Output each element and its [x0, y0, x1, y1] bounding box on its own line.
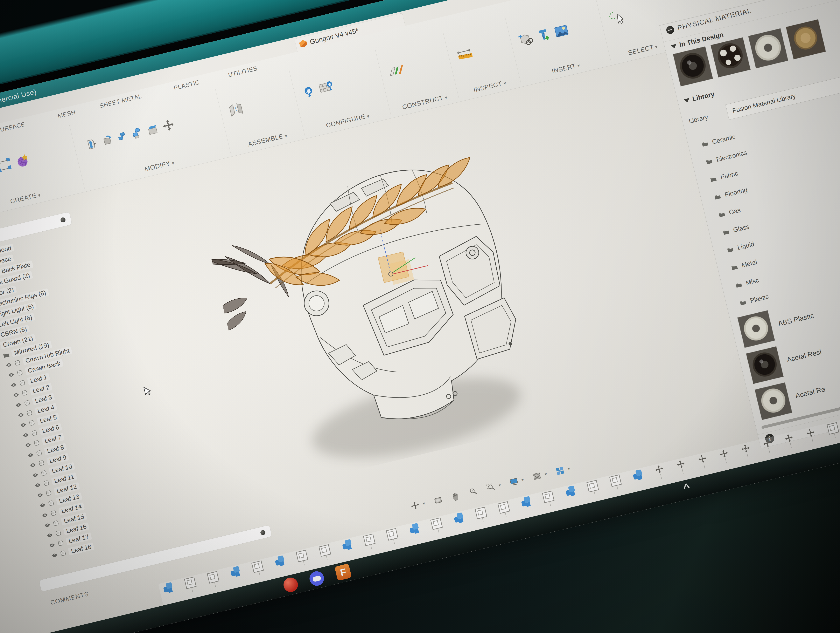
timeline-feature-combine-icon[interactable]	[163, 582, 173, 593]
box-lid-icon[interactable]	[145, 122, 160, 137]
scroll-dot-icon[interactable]	[260, 530, 266, 535]
eye-icon[interactable]	[24, 442, 32, 449]
material-thumbnail-light-torus[interactable]	[755, 382, 792, 420]
insert-fastener-icon[interactable]	[535, 27, 553, 44]
material-thumbnail-tan-cube[interactable]	[786, 19, 826, 59]
eye-icon[interactable]	[10, 381, 17, 389]
eye-icon[interactable]	[13, 391, 20, 399]
press-pull-icon[interactable]	[116, 129, 130, 144]
eye-icon[interactable]	[15, 401, 22, 408]
eye-icon[interactable]	[5, 361, 13, 369]
flange-icon[interactable]	[84, 136, 99, 152]
tab-surface[interactable]: SURFACE	[0, 121, 26, 135]
library-section[interactable]: Library	[683, 90, 715, 104]
timeline-feature-combine-icon[interactable]	[565, 486, 576, 496]
eye-icon[interactable]	[44, 522, 51, 529]
timeline-feature-move-icon[interactable]	[654, 464, 665, 475]
group-label-inspect[interactable]: INSPECT▾	[473, 79, 507, 94]
timeline-feature-box-icon[interactable]	[207, 571, 219, 584]
material-thumbnail-light-torus[interactable]	[737, 310, 775, 348]
timeline-feature-box-icon[interactable]	[609, 475, 622, 487]
tab-plastic[interactable]: PLASTIC	[173, 79, 201, 92]
group-label-select[interactable]: SELECT▾	[627, 43, 658, 57]
discord-icon[interactable]	[308, 570, 325, 587]
eye-icon[interactable]	[20, 421, 27, 429]
scroll-dot-icon[interactable]	[60, 217, 66, 223]
timeline-feature-box-icon[interactable]	[430, 517, 443, 530]
eye-icon[interactable]	[34, 481, 41, 489]
select-lasso-icon[interactable]	[607, 8, 628, 28]
timeline-feature-move-icon[interactable]	[675, 459, 686, 470]
timeline-feature-combine-icon[interactable]	[632, 469, 643, 480]
eye-icon[interactable]	[41, 511, 49, 519]
eye-icon[interactable]	[51, 552, 58, 559]
eye-icon[interactable]	[17, 411, 25, 419]
eye-icon[interactable]	[0, 353, 2, 361]
joint-pages-icon[interactable]	[227, 101, 245, 118]
insert-derive-icon[interactable]	[517, 32, 534, 48]
config-table-icon[interactable]	[317, 79, 336, 96]
timeline-feature-combine-icon[interactable]	[521, 496, 531, 507]
group-construct: CONSTRUCT▾	[377, 33, 459, 115]
material-name: Acetal Resi	[786, 348, 822, 364]
eye-icon[interactable]	[29, 461, 37, 469]
fusion-360-icon[interactable]: F	[335, 563, 352, 581]
timeline-feature-box-icon[interactable]	[475, 507, 487, 519]
configuration-icon[interactable]	[301, 84, 317, 100]
timeline-feature-combine-icon[interactable]	[230, 566, 241, 577]
timeline-feature-move-icon[interactable]	[762, 438, 773, 449]
timeline-feature-box-icon[interactable]	[587, 480, 599, 492]
eye-icon[interactable]	[48, 541, 56, 549]
timeline-feature-box-icon[interactable]	[497, 501, 510, 514]
mesh-connect-icon[interactable]	[0, 157, 14, 173]
measure-icon[interactable]	[455, 45, 476, 64]
insert-image-icon[interactable]	[553, 23, 570, 40]
offset-plane-icon[interactable]	[387, 62, 407, 80]
body-icon	[57, 539, 65, 547]
sheet-flange-icon[interactable]	[100, 133, 115, 148]
eye-icon[interactable]	[8, 371, 15, 379]
eye-icon[interactable]	[39, 502, 46, 509]
eye-icon[interactable]	[32, 472, 39, 479]
timeline-feature-move-icon[interactable]	[718, 449, 729, 459]
material-thumbnail-light-torus[interactable]	[748, 28, 788, 68]
timeline-feature-box-icon[interactable]	[319, 544, 331, 557]
timeline-feature-box-icon[interactable]	[827, 422, 839, 435]
timeline-feature-combine-icon[interactable]	[274, 555, 285, 566]
timeline-feature-box-icon[interactable]	[251, 560, 264, 573]
timeline-feature-box-icon[interactable]	[184, 576, 196, 589]
timeline-feature-move-icon[interactable]	[740, 443, 751, 454]
eye-icon[interactable]	[22, 431, 30, 439]
triangle-down-icon[interactable]	[671, 44, 677, 49]
timeline-feature-move-icon[interactable]	[783, 433, 794, 444]
group-label-insert[interactable]: INSERT▾	[551, 61, 581, 75]
group-label-modify[interactable]: MODIFY▾	[144, 159, 175, 173]
press-pull-icon[interactable]	[131, 125, 145, 141]
system-red-icon[interactable]	[282, 576, 299, 593]
tab-utilities[interactable]: UTILITIES	[227, 65, 258, 79]
chevron-down-icon: ▾	[444, 95, 448, 100]
material-thumbnail-dark-torus[interactable]	[746, 346, 783, 384]
timeline-feature-box-icon[interactable]	[542, 491, 554, 503]
triangle-down-icon[interactable]	[684, 98, 690, 103]
timeline-feature-box-icon[interactable]	[386, 528, 398, 540]
tab-mesh[interactable]: MESH	[57, 109, 76, 120]
mesh-sphere-icon[interactable]	[15, 153, 31, 169]
eye-icon[interactable]	[27, 451, 34, 459]
timeline-feature-move-icon[interactable]	[697, 454, 708, 465]
body-icon	[40, 469, 48, 477]
hidden-icons-chevron[interactable]: ^	[682, 481, 691, 494]
eye-icon[interactable]	[46, 532, 53, 539]
collapse-icon[interactable]	[665, 25, 675, 35]
timeline-feature-box-icon[interactable]	[296, 550, 308, 562]
timeline-feature-box-icon[interactable]	[363, 534, 375, 546]
timeline-feature-move-icon[interactable]	[805, 428, 816, 439]
material-thumbnail-dark-gloss-torus[interactable]	[673, 46, 713, 87]
move-icon[interactable]	[161, 118, 176, 133]
timeline-feature-combine-icon[interactable]	[409, 523, 420, 534]
eye-icon[interactable]	[36, 491, 44, 499]
timeline-feature-combine-icon[interactable]	[341, 539, 352, 550]
material-thumbnail-perforated-sphere[interactable]	[711, 37, 751, 78]
group-label-create[interactable]: CREATE▾	[9, 191, 41, 205]
timeline-feature-combine-icon[interactable]	[453, 512, 464, 523]
